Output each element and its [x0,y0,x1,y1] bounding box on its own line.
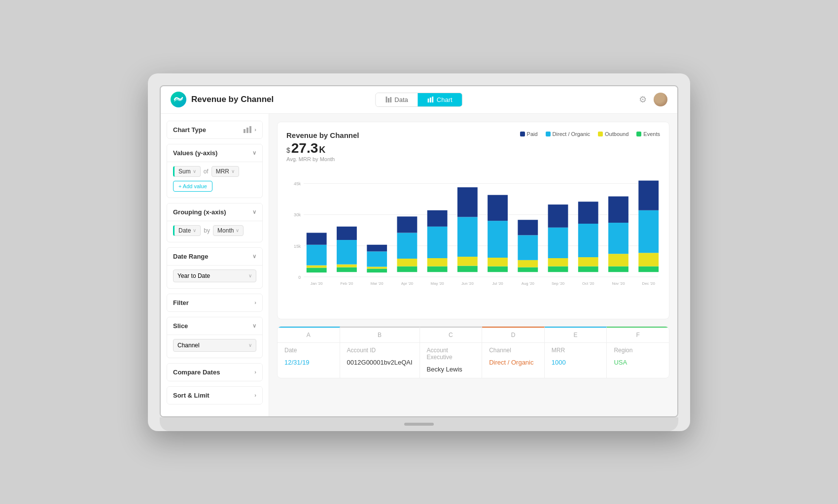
chevron-right-icon-4: › [254,392,256,398]
col-letter-b: B [340,328,419,343]
svg-rect-18 [307,265,327,268]
field-dropdown[interactable]: MRR ∨ [211,166,239,177]
legend-events: Events [636,131,660,137]
svg-rect-55 [518,220,538,235]
filter-label: Filter [173,299,189,306]
svg-rect-20 [307,233,327,244]
svg-rect-27 [367,269,387,272]
filter-header[interactable]: Filter › [167,294,262,311]
col-label-d: Channel [482,343,544,356]
chart-big-value: 27.3 [291,140,318,156]
svg-rect-17 [307,268,327,272]
col-letter-f: F [607,328,669,343]
svg-rect-75 [638,180,659,210]
chart-legend: Paid Direct / Organic Outbound [520,131,660,137]
svg-text:30k: 30k [294,212,301,217]
svg-rect-32 [397,266,417,272]
svg-rect-48 [488,258,508,266]
sidebar: Chart Type › Valu [161,114,269,416]
date-range-body: Year to Date ∨ [167,265,262,288]
svg-rect-60 [548,204,568,228]
svg-text:Nov '20: Nov '20 [612,281,625,286]
values-header[interactable]: Values (y-axis) ∨ [167,144,262,162]
legend-paid: Paid [520,131,538,137]
date-range-section: Date Range ∨ Year to Date ∨ [167,247,263,289]
svg-text:Oct '20: Oct '20 [582,281,594,286]
add-value-button[interactable]: + Add value [173,181,212,192]
grouping-section: Grouping (x-axis) ∨ Date ∨ by Month [167,203,263,242]
values-label: Values (y-axis) [173,149,217,157]
user-avatar[interactable] [654,93,667,106]
svg-rect-22 [337,267,357,272]
sort-limit-label: Sort & Limit [173,392,210,399]
table-col-e: EMRR1000 [545,327,607,378]
svg-text:Mar '20: Mar '20 [371,281,384,286]
svg-text:Apr '20: Apr '20 [401,281,414,286]
aggregate-dropdown[interactable]: Sum ∨ [173,166,201,177]
chart-type-label: Chart Type [173,126,206,134]
col-value-a: 12/31/19 [278,356,340,371]
settings-icon[interactable]: ⚙ [639,94,647,105]
tab-chart[interactable]: Chart [418,93,462,106]
svg-rect-53 [518,260,538,267]
col-value-b: 0012G00001bv2LeQAI [340,356,419,371]
slice-section: Slice ∨ Channel ∨ [167,317,263,358]
values-row: Sum ∨ of MRR ∨ [173,166,256,177]
legend-outbound: Outbound [598,131,628,137]
compare-dates-header[interactable]: Compare Dates › [167,364,262,381]
svg-rect-4 [430,98,431,102]
svg-text:Jun '20: Jun '20 [461,281,474,286]
svg-rect-49 [488,221,508,258]
legend-events-dot [636,132,641,136]
slice-dropdown[interactable]: Channel ∨ [173,339,256,352]
svg-rect-68 [608,254,628,266]
svg-rect-64 [578,224,598,257]
svg-rect-58 [548,258,568,266]
svg-rect-37 [427,266,448,272]
legend-direct: Direct / Organic [546,131,590,137]
legend-paid-dot [520,132,525,136]
svg-rect-57 [548,266,568,272]
svg-rect-8 [249,126,251,133]
chevron-right-icon-3: › [254,369,256,375]
chevron-right-icon-2: › [254,300,256,305]
legend-direct-dot [546,132,551,136]
svg-rect-24 [337,240,357,265]
date-dropdown[interactable]: Date ∨ [173,225,201,236]
data-table-panel: ADate12/31/19BAccount ID0012G00001bv2LeQ… [277,326,669,378]
chart-type-header[interactable]: Chart Type › [167,121,262,138]
col-value-e: 1000 [545,356,607,371]
slice-header[interactable]: Slice ∨ [167,317,262,335]
svg-text:Jul '20: Jul '20 [492,281,503,286]
svg-rect-54 [518,235,538,260]
slice-label: Slice [173,322,188,330]
svg-text:May '20: May '20 [431,281,445,286]
svg-rect-2 [390,97,391,102]
sort-limit-section: Sort & Limit › [167,386,263,404]
laptop-notch [404,423,434,426]
svg-rect-65 [578,202,598,224]
svg-text:45k: 45k [294,181,301,186]
svg-rect-45 [457,187,478,217]
slice-body: Channel ∨ [167,335,262,358]
grouping-header[interactable]: Grouping (x-axis) ∨ [167,203,262,221]
compare-dates-label: Compare Dates [173,369,220,376]
col-value-c: Becky Lewis [420,363,482,378]
date-range-dropdown[interactable]: Year to Date ∨ [173,269,256,282]
main-content: Revenue by Channel $ 27.3 K Avg. MRR by … [269,114,677,416]
chart-icon [428,97,434,102]
svg-rect-72 [638,266,659,272]
svg-text:Feb '20: Feb '20 [341,281,353,286]
svg-text:15k: 15k [294,243,301,248]
groupby-dropdown[interactable]: Month ∨ [213,225,244,236]
page-title: Revenue by Channel [191,95,274,104]
tab-data[interactable]: Data [376,93,418,106]
svg-rect-25 [337,226,357,239]
svg-rect-63 [578,257,598,266]
col-label-b: Account ID [340,343,419,356]
svg-rect-59 [548,227,568,258]
table-col-d: DChannelDirect / Organic [482,327,545,378]
sort-limit-header[interactable]: Sort & Limit › [167,387,262,404]
grouping-label: Grouping (x-axis) [173,208,226,216]
date-range-header[interactable]: Date Range ∨ [167,248,262,265]
